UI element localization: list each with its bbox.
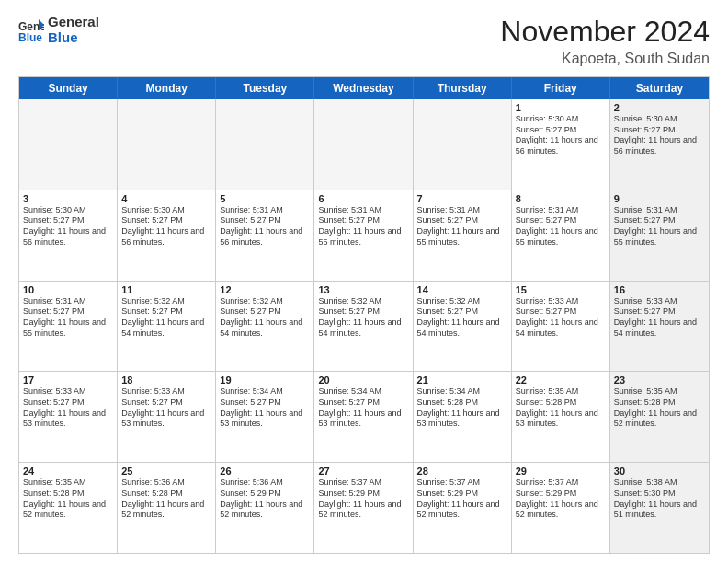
day-number: 25	[121, 465, 211, 477]
title-block: November 2024 Kapoeta, South Sudan	[500, 15, 710, 67]
day-info: Sunrise: 5:31 AM Sunset: 5:27 PM Dayligh…	[23, 296, 113, 339]
day-cell-18: 18Sunrise: 5:33 AM Sunset: 5:27 PM Dayli…	[118, 372, 216, 462]
day-number: 5	[220, 193, 310, 204]
day-info: Sunrise: 5:31 AM Sunset: 5:27 PM Dayligh…	[318, 205, 408, 248]
day-number: 22	[516, 374, 606, 385]
day-number: 8	[516, 193, 606, 204]
day-info: Sunrise: 5:34 AM Sunset: 5:28 PM Dayligh…	[417, 386, 507, 430]
day-info: Sunrise: 5:37 AM Sunset: 5:29 PM Dayligh…	[318, 477, 408, 521]
day-cell-16: 16Sunrise: 5:33 AM Sunset: 5:27 PM Dayli…	[610, 282, 709, 372]
title-location: Kapoeta, South Sudan	[500, 51, 710, 67]
day-info: Sunrise: 5:31 AM Sunset: 5:27 PM Dayligh…	[417, 205, 507, 248]
day-number: 30	[614, 465, 705, 477]
day-number: 2	[614, 102, 705, 113]
day-cell-17: 17Sunrise: 5:33 AM Sunset: 5:27 PM Dayli…	[19, 372, 118, 462]
day-number: 19	[220, 374, 310, 385]
day-cell-10: 10Sunrise: 5:31 AM Sunset: 5:27 PM Dayli…	[19, 282, 118, 372]
day-cell-21: 21Sunrise: 5:34 AM Sunset: 5:28 PM Dayli…	[414, 372, 512, 462]
day-number: 29	[516, 465, 606, 477]
day-number: 15	[516, 284, 606, 295]
day-cell-29: 29Sunrise: 5:37 AM Sunset: 5:29 PM Dayli…	[512, 463, 610, 553]
title-month: November 2024	[500, 15, 710, 49]
day-number: 1	[516, 102, 606, 113]
day-info: Sunrise: 5:34 AM Sunset: 5:27 PM Dayligh…	[220, 386, 310, 430]
header-day-sunday: Sunday	[19, 77, 118, 99]
day-cell-27: 27Sunrise: 5:37 AM Sunset: 5:29 PM Dayli…	[314, 463, 413, 553]
day-number: 28	[417, 465, 507, 477]
day-cell-2: 2Sunrise: 5:30 AM Sunset: 5:27 PM Daylig…	[610, 99, 709, 190]
day-info: Sunrise: 5:32 AM Sunset: 5:27 PM Dayligh…	[220, 296, 310, 339]
day-number: 20	[318, 374, 408, 385]
header-day-wednesday: Wednesday	[314, 77, 413, 99]
day-info: Sunrise: 5:33 AM Sunset: 5:27 PM Dayligh…	[516, 296, 606, 339]
day-number: 3	[23, 193, 113, 204]
day-info: Sunrise: 5:31 AM Sunset: 5:27 PM Dayligh…	[516, 205, 606, 248]
day-number: 18	[121, 374, 211, 385]
day-info: Sunrise: 5:33 AM Sunset: 5:27 PM Dayligh…	[614, 296, 705, 339]
day-info: Sunrise: 5:35 AM Sunset: 5:28 PM Dayligh…	[516, 386, 606, 430]
header-day-friday: Friday	[512, 77, 610, 99]
day-cell-6: 6Sunrise: 5:31 AM Sunset: 5:27 PM Daylig…	[314, 190, 413, 281]
day-cell-30: 30Sunrise: 5:38 AM Sunset: 5:30 PM Dayli…	[610, 463, 709, 553]
day-info: Sunrise: 5:32 AM Sunset: 5:27 PM Dayligh…	[318, 296, 408, 339]
day-info: Sunrise: 5:30 AM Sunset: 5:27 PM Dayligh…	[516, 114, 606, 157]
empty-cell-0-3	[314, 99, 413, 190]
calendar-row-2: 10Sunrise: 5:31 AM Sunset: 5:27 PM Dayli…	[19, 281, 709, 372]
header-day-thursday: Thursday	[414, 77, 512, 99]
header-day-saturday: Saturday	[610, 77, 709, 99]
day-info: Sunrise: 5:38 AM Sunset: 5:30 PM Dayligh…	[614, 477, 705, 521]
day-number: 11	[121, 284, 211, 295]
calendar-header: SundayMondayTuesdayWednesdayThursdayFrid…	[19, 77, 709, 99]
calendar-row-3: 17Sunrise: 5:33 AM Sunset: 5:27 PM Dayli…	[19, 371, 709, 462]
day-cell-13: 13Sunrise: 5:32 AM Sunset: 5:27 PM Dayli…	[314, 282, 413, 372]
logo: General Blue General Blue	[18, 15, 99, 45]
day-info: Sunrise: 5:32 AM Sunset: 5:27 PM Dayligh…	[417, 296, 507, 339]
logo-blue-text: Blue	[48, 30, 99, 46]
day-info: Sunrise: 5:30 AM Sunset: 5:27 PM Dayligh…	[614, 114, 705, 157]
day-info: Sunrise: 5:36 AM Sunset: 5:29 PM Dayligh…	[220, 477, 310, 521]
day-number: 7	[417, 193, 507, 204]
day-number: 26	[220, 465, 310, 477]
day-cell-26: 26Sunrise: 5:36 AM Sunset: 5:29 PM Dayli…	[216, 463, 314, 553]
day-info: Sunrise: 5:30 AM Sunset: 5:27 PM Dayligh…	[121, 205, 211, 248]
day-number: 6	[318, 193, 408, 204]
page: General Blue General Blue November 2024 …	[0, 0, 728, 563]
day-cell-8: 8Sunrise: 5:31 AM Sunset: 5:27 PM Daylig…	[512, 190, 610, 281]
day-cell-3: 3Sunrise: 5:30 AM Sunset: 5:27 PM Daylig…	[19, 190, 118, 281]
day-cell-14: 14Sunrise: 5:32 AM Sunset: 5:27 PM Dayli…	[414, 282, 512, 372]
empty-cell-0-4	[414, 99, 512, 190]
day-number: 24	[23, 465, 113, 477]
day-number: 14	[417, 284, 507, 295]
empty-cell-0-0	[19, 99, 118, 190]
day-cell-23: 23Sunrise: 5:35 AM Sunset: 5:28 PM Dayli…	[610, 372, 709, 462]
day-number: 27	[318, 465, 408, 477]
day-number: 13	[318, 284, 408, 295]
day-info: Sunrise: 5:34 AM Sunset: 5:27 PM Dayligh…	[318, 386, 408, 430]
day-info: Sunrise: 5:36 AM Sunset: 5:28 PM Dayligh…	[121, 477, 211, 521]
empty-cell-0-1	[118, 99, 216, 190]
header-day-tuesday: Tuesday	[216, 77, 314, 99]
day-number: 9	[614, 193, 705, 204]
day-number: 17	[23, 374, 113, 385]
day-info: Sunrise: 5:33 AM Sunset: 5:27 PM Dayligh…	[23, 386, 113, 430]
day-number: 23	[614, 374, 705, 385]
day-cell-25: 25Sunrise: 5:36 AM Sunset: 5:28 PM Dayli…	[118, 463, 216, 553]
day-cell-24: 24Sunrise: 5:35 AM Sunset: 5:28 PM Dayli…	[19, 463, 118, 553]
day-number: 4	[121, 193, 211, 204]
logo-icon: General Blue	[18, 17, 44, 43]
logo-text: General Blue	[48, 15, 99, 45]
empty-cell-0-2	[216, 99, 314, 190]
day-info: Sunrise: 5:33 AM Sunset: 5:27 PM Dayligh…	[121, 386, 211, 430]
day-info: Sunrise: 5:37 AM Sunset: 5:29 PM Dayligh…	[417, 477, 507, 521]
calendar: SundayMondayTuesdayWednesdayThursdayFrid…	[18, 76, 710, 554]
logo-general-text: General	[48, 15, 99, 30]
day-info: Sunrise: 5:31 AM Sunset: 5:27 PM Dayligh…	[614, 205, 705, 248]
day-cell-4: 4Sunrise: 5:30 AM Sunset: 5:27 PM Daylig…	[118, 190, 216, 281]
day-cell-28: 28Sunrise: 5:37 AM Sunset: 5:29 PM Dayli…	[414, 463, 512, 553]
day-cell-1: 1Sunrise: 5:30 AM Sunset: 5:27 PM Daylig…	[512, 99, 610, 190]
day-cell-20: 20Sunrise: 5:34 AM Sunset: 5:27 PM Dayli…	[314, 372, 413, 462]
header-day-monday: Monday	[118, 77, 216, 99]
day-cell-5: 5Sunrise: 5:31 AM Sunset: 5:27 PM Daylig…	[216, 190, 314, 281]
calendar-body: 1Sunrise: 5:30 AM Sunset: 5:27 PM Daylig…	[19, 99, 709, 553]
day-info: Sunrise: 5:35 AM Sunset: 5:28 PM Dayligh…	[23, 477, 113, 521]
